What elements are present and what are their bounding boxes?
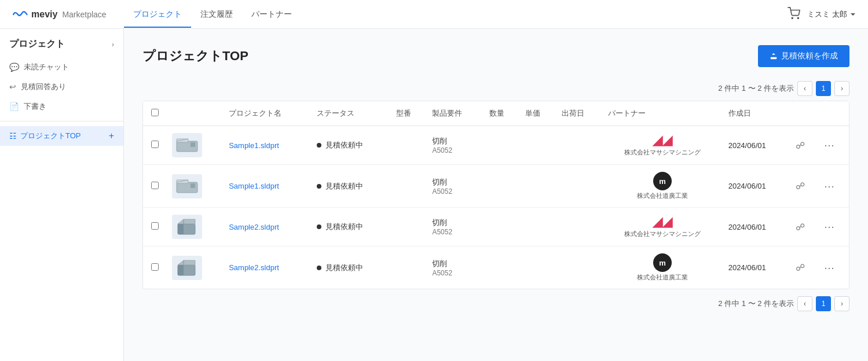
col-project-name: プロジェクト名 [223, 101, 310, 126]
user-company: ミスミ [807, 9, 830, 20]
sidebar-project-top-label: プロジェクトTOP [20, 131, 81, 141]
pagination-page-1-btn[interactable]: 1 [816, 81, 831, 96]
row2-more-icon[interactable]: ⋯ [824, 181, 835, 192]
table-header: プロジェクト名 ステータス 型番 製品要件 数量 単価 出荷日 パートナー 作成… [143, 101, 849, 126]
pagination-info-bottom: 2 件中 1 〜 2 件を表示 [718, 299, 794, 309]
row4-checkbox[interactable] [151, 263, 159, 271]
row3-product-req: 切削 [432, 218, 477, 228]
row3-status-dot [317, 224, 321, 229]
row2-partner-cell: m 株式会社道廣工業 [602, 165, 722, 208]
row2-part-link[interactable]: Sample1.sldprt [229, 182, 279, 190]
pagination-page-1-btn-bottom[interactable]: 1 [816, 296, 831, 311]
pagination-next-btn[interactable]: › [834, 81, 849, 96]
row4-created-date-cell: 2024/06/01 [723, 246, 790, 289]
col-ship-date: 出荷日 [556, 101, 602, 126]
main-content: プロジェクトTOP 見積依頼を作成 2 件中 1 〜 2 件を表示 ‹ 1 › [124, 29, 868, 361]
row3-part-link[interactable]: Sample2.sldprt [229, 223, 279, 231]
row1-partner-name: 株式会社マサシマシニング [608, 148, 716, 157]
row3-note-icon[interactable]: ☍ [796, 222, 805, 232]
col-actions-1 [790, 101, 818, 126]
pagination-prev-btn[interactable]: ‹ [797, 81, 812, 96]
row2-status-dot [317, 184, 321, 189]
table-body: Sample1.sldprt 見積依頼中 切削 A5052 [143, 126, 849, 289]
sidebar-item-quote-reply[interactable]: ↩ 見積回答あり [0, 77, 123, 97]
row3-partner-name: 株式会社マサシマシニング [608, 230, 716, 238]
nav-item-partner[interactable]: パートナー [242, 1, 301, 28]
pagination-next-btn-bottom[interactable]: › [834, 296, 849, 311]
sidebar-collapse-btn[interactable]: › [112, 40, 114, 49]
svg-rect-9 [191, 183, 195, 188]
user-info[interactable]: ミスミ 太郎 [807, 9, 856, 20]
nav-item-project[interactable]: プロジェクト [124, 1, 191, 28]
row2-note-icon[interactable]: ☍ [796, 181, 805, 191]
col-qty: 数量 [484, 101, 520, 126]
row4-more-icon[interactable]: ⋯ [824, 262, 835, 274]
row2-status-cell: 見積依頼中 [311, 165, 390, 208]
row2-created-date-cell: 2024/06/01 [723, 165, 790, 208]
row3-name-cell: Sample2.sldprt [223, 208, 310, 246]
row3-status-cell: 見積依頼中 [311, 208, 390, 246]
row1-more-icon[interactable]: ⋯ [824, 139, 835, 151]
pagination-bar-bottom: 2 件中 1 〜 2 件を表示 ‹ 1 › [142, 296, 849, 311]
row1-checkbox[interactable] [151, 141, 159, 148]
row1-note-icon[interactable]: ☍ [796, 141, 805, 150]
row2-thumbnail [172, 174, 202, 198]
row1-action2-cell: ⋯ [818, 126, 849, 165]
sidebar-item-draft[interactable]: 📄 下書き [0, 97, 123, 116]
table-row: Sample1.sldprt 見積依頼中 切削 A5052 [143, 126, 849, 165]
row3-more-icon[interactable]: ⋯ [824, 221, 835, 233]
page-title: プロジェクトTOP [142, 47, 248, 65]
grid-icon: ☷ [9, 131, 17, 141]
row1-part-link[interactable]: Sample1.sldprt [229, 141, 279, 150]
michirou-logo-icon: m [653, 172, 672, 190]
sidebar-nav-project-top[interactable]: ☷ プロジェクトTOP + [0, 126, 123, 146]
row3-qty-cell [484, 208, 520, 246]
select-all-checkbox[interactable] [151, 109, 159, 116]
row3-ship-date-cell [556, 208, 602, 246]
row3-checkbox[interactable] [151, 222, 159, 230]
project-table-container: プロジェクト名 ステータス 型番 製品要件 数量 単価 出荷日 パートナー 作成… [142, 101, 849, 289]
row1-status-cell: 見積依頼中 [311, 126, 390, 165]
row4-action2-cell: ⋯ [818, 246, 849, 289]
row4-ship-date-cell [556, 246, 602, 289]
row4-part-link[interactable]: Sample2.sldprt [229, 263, 279, 272]
add-project-button[interactable]: + [109, 131, 114, 141]
marketplace-label: Marketplace [62, 10, 106, 19]
row1-product-req-cell: 切削 A5052 [426, 126, 483, 165]
row2-qty-cell [484, 165, 520, 208]
svg-marker-11 [178, 219, 195, 224]
row4-thumbnail [172, 256, 202, 280]
sidebar-quote-reply-label: 見積回答あり [21, 82, 66, 92]
nav-item-orders[interactable]: 注文履歴 [191, 1, 242, 28]
row2-thumbnail-cell [166, 165, 223, 208]
sidebar-item-unread-chat[interactable]: 💬 未読チャット [0, 57, 123, 77]
pagination-prev-btn-bottom[interactable]: ‹ [797, 296, 812, 311]
table-row: Sample2.sldprt 見積依頼中 切削 A5052 [143, 208, 849, 246]
table-row: Sample2.sldprt 見積依頼中 切削 A5052 [143, 246, 849, 289]
upload-icon [770, 52, 778, 60]
row2-checkbox[interactable] [151, 182, 159, 189]
cart-icon[interactable] [788, 7, 800, 21]
row4-unit-price-cell [519, 246, 556, 289]
col-actions-2 [818, 101, 849, 126]
masashi-logo-icon: ◢◢ [653, 134, 672, 147]
row1-qty-cell [484, 126, 520, 165]
row3-checkbox-cell [143, 208, 166, 246]
row4-note-icon[interactable]: ☍ [796, 263, 805, 272]
row2-name-cell: Sample1.sldprt [223, 165, 310, 208]
svg-point-0 [792, 17, 793, 19]
page-header: プロジェクトTOP 見積依頼を作成 [142, 45, 849, 67]
logo[interactable]: meviy Marketplace [12, 9, 107, 20]
create-quote-button-label: 見積依頼を作成 [781, 51, 838, 61]
row1-thumbnail-cell [166, 126, 223, 165]
chevron-down-icon [849, 11, 856, 18]
col-status: ステータス [311, 101, 390, 126]
row1-action1-cell: ☍ [790, 126, 818, 165]
create-quote-button[interactable]: 見積依頼を作成 [758, 45, 849, 67]
row3-thumbnail-cell [166, 208, 223, 246]
col-unit-price: 単価 [519, 101, 556, 126]
svg-point-1 [797, 17, 799, 19]
sidebar-title: プロジェクト › [0, 38, 123, 57]
row3-status-label: 見積依頼中 [325, 222, 363, 231]
row4-product-req-cell: 切削 A5052 [426, 246, 483, 289]
